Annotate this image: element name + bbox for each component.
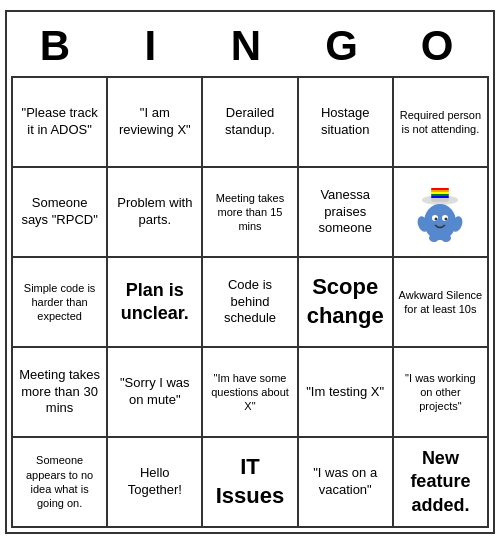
cell-12: Code is behind schedule: [203, 258, 298, 348]
monster-icon: [413, 182, 468, 242]
cell-15: Meeting takes more than 30 mins: [13, 348, 108, 438]
cell-20: Someone appears to no idea what is going…: [13, 438, 108, 528]
svg-point-10: [434, 218, 437, 221]
cell-6: Problem with parts.: [108, 168, 203, 258]
title-g: G: [302, 22, 390, 70]
svg-point-15: [441, 234, 451, 242]
title-n: N: [206, 22, 294, 70]
cell-7: Meeting takes more than 15 mins: [203, 168, 298, 258]
cell-19: "I was working on other projects": [394, 348, 489, 438]
cell-17: "Im have some questions about X": [203, 348, 298, 438]
cell-23: "I was on a vacation": [299, 438, 394, 528]
svg-rect-6: [431, 196, 449, 198]
cell-13: Scope change: [299, 258, 394, 348]
cell-16: "Sorry I was on mute": [108, 348, 203, 438]
title-o: O: [397, 22, 485, 70]
cell-1: "I am reviewing X": [108, 78, 203, 168]
svg-rect-5: [431, 194, 449, 196]
cell-21: Hello Together!: [108, 438, 203, 528]
cell-3: Hostage situation: [299, 78, 394, 168]
bingo-card: B I N G O "Please track it in ADOS" "I a…: [5, 10, 495, 534]
cell-8: Vanessa praises someone: [299, 168, 394, 258]
cell-10: Simple code is harder than expected: [13, 258, 108, 348]
cell-5: Someone says "RPCD": [13, 168, 108, 258]
svg-point-11: [444, 218, 447, 221]
svg-rect-2: [431, 188, 449, 190]
svg-point-7: [424, 204, 456, 240]
cell-4: Required person is not attending.: [394, 78, 489, 168]
cell-2: Derailed standup.: [203, 78, 298, 168]
cell-9-monster: [394, 168, 489, 258]
cell-11: Plan is unclear.: [108, 258, 203, 348]
bingo-title: B I N G O: [11, 16, 489, 76]
svg-point-14: [429, 234, 439, 242]
cell-22: IT Issues: [203, 438, 298, 528]
cell-24: New feature added.: [394, 438, 489, 528]
title-b: B: [15, 22, 103, 70]
cell-18: "Im testing X": [299, 348, 394, 438]
svg-rect-3: [431, 190, 449, 192]
cell-0: "Please track it in ADOS": [13, 78, 108, 168]
bingo-grid: "Please track it in ADOS" "I am reviewin…: [11, 76, 489, 528]
svg-rect-4: [431, 192, 449, 194]
cell-14: Awkward Silence for at least 10s: [394, 258, 489, 348]
title-i: I: [110, 22, 198, 70]
